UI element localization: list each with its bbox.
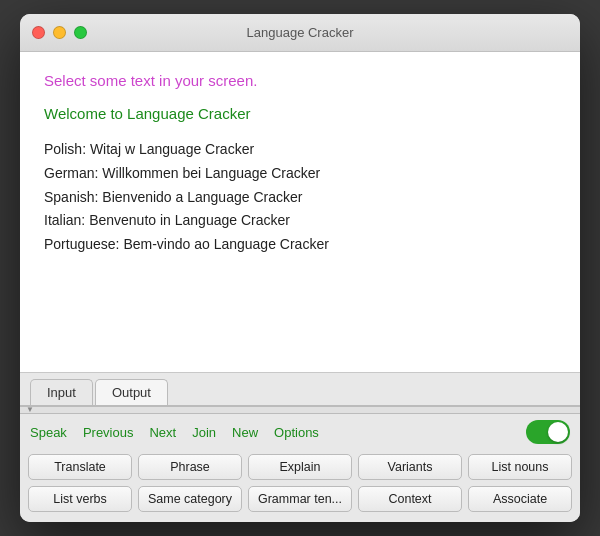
window-controls bbox=[32, 26, 87, 39]
app-window: Language Cracker Select some text in you… bbox=[20, 14, 580, 522]
options-button[interactable]: Options bbox=[274, 425, 319, 440]
resize-handle[interactable]: ▼ bbox=[20, 406, 580, 414]
phrase-button[interactable]: Phrase bbox=[138, 454, 242, 480]
speak-button[interactable]: Speak bbox=[30, 425, 67, 440]
list-verbs-button[interactable]: List verbs bbox=[28, 486, 132, 512]
translation-portuguese: Portuguese: Bem-vindo ao Language Cracke… bbox=[44, 233, 556, 257]
button-row-2: List verbs Same category Grammar ten... … bbox=[28, 486, 572, 512]
toggle-switch[interactable] bbox=[526, 420, 570, 444]
resize-icon: ▼ bbox=[26, 406, 34, 414]
grammar-tense-button[interactable]: Grammar ten... bbox=[248, 486, 352, 512]
close-button[interactable] bbox=[32, 26, 45, 39]
tab-output[interactable]: Output bbox=[95, 379, 168, 405]
variants-button[interactable]: Variants bbox=[358, 454, 462, 480]
toggle-knob bbox=[548, 422, 568, 442]
translations-list: Polish: Witaj w Language Cracker German:… bbox=[44, 138, 556, 257]
tab-bar: Input Output bbox=[20, 373, 580, 405]
explain-button[interactable]: Explain bbox=[248, 454, 352, 480]
join-button[interactable]: Join bbox=[192, 425, 216, 440]
translation-italian: Italian: Benvenuto in Language Cracker bbox=[44, 209, 556, 233]
next-button[interactable]: Next bbox=[149, 425, 176, 440]
content-area: Select some text in your screen. Welcome… bbox=[20, 52, 580, 372]
same-category-button[interactable]: Same category bbox=[138, 486, 242, 512]
list-nouns-button[interactable]: List nouns bbox=[468, 454, 572, 480]
new-button[interactable]: New bbox=[232, 425, 258, 440]
tab-input[interactable]: Input bbox=[30, 379, 93, 405]
button-row-1: Translate Phrase Explain Variants List n… bbox=[28, 454, 572, 480]
context-button[interactable]: Context bbox=[358, 486, 462, 512]
translation-spanish: Spanish: Bienvenido a Language Cracker bbox=[44, 186, 556, 210]
titlebar: Language Cracker bbox=[20, 14, 580, 52]
window-title: Language Cracker bbox=[247, 25, 354, 40]
previous-button[interactable]: Previous bbox=[83, 425, 134, 440]
minimize-button[interactable] bbox=[53, 26, 66, 39]
welcome-heading: Welcome to Language Cracker bbox=[44, 105, 556, 122]
translate-button[interactable]: Translate bbox=[28, 454, 132, 480]
select-prompt: Select some text in your screen. bbox=[44, 72, 556, 89]
action-buttons: Translate Phrase Explain Variants List n… bbox=[20, 450, 580, 522]
translation-german: German: Willkommen bei Language Cracker bbox=[44, 162, 556, 186]
associate-button[interactable]: Associate bbox=[468, 486, 572, 512]
maximize-button[interactable] bbox=[74, 26, 87, 39]
bottom-panel: Input Output ▼ Speak Previous Next Join … bbox=[20, 372, 580, 522]
translation-polish: Polish: Witaj w Language Cracker bbox=[44, 138, 556, 162]
toolbar: Speak Previous Next Join New Options bbox=[20, 414, 580, 450]
